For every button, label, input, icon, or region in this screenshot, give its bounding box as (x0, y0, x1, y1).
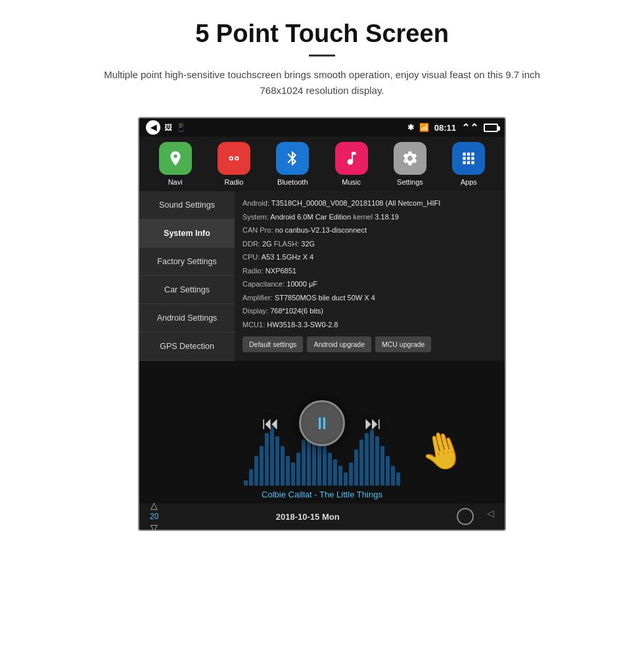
eq-bar (286, 456, 290, 486)
info-system: System: Android 6.0M Car Edition kernel … (242, 212, 497, 223)
eq-bar (323, 443, 327, 486)
info-panel: Android: T3518CH_00008_V008_20181108 (Al… (235, 191, 505, 361)
radio-label: Radio (225, 178, 244, 186)
prev-button[interactable]: ⏮ (262, 413, 279, 434)
eq-bar (244, 480, 248, 486)
status-left: ◀ 🖼 📱 (146, 120, 186, 135)
eq-bar (291, 463, 295, 486)
info-radio: Radio: NXP6851 (242, 265, 497, 277)
date-display: 2018-10-15 Mon (276, 512, 340, 522)
app-apps[interactable]: Apps (452, 142, 485, 186)
eq-bar (254, 456, 258, 486)
volume-number: 20 (150, 512, 158, 521)
status-right: ✱ 📶 08:11 ⌃⌃ (407, 122, 498, 134)
signal-icon: 📶 (419, 123, 429, 132)
bottom-right-nav: ◁ (457, 508, 494, 525)
back-button[interactable]: ◀ (146, 120, 160, 135)
eq-bar (380, 446, 384, 486)
app-bluetooth[interactable]: Bluetooth (276, 142, 309, 186)
settings-icon (394, 142, 426, 175)
eq-bar (338, 466, 342, 486)
sidebar-item-system-info[interactable]: System Info (139, 219, 235, 248)
info-buttons: Default settings Android upgrade MCU upg… (242, 336, 497, 352)
eq-bar (391, 466, 395, 486)
music-label: Music (342, 178, 361, 186)
expand-icon[interactable]: ⌃⌃ (461, 122, 478, 134)
eq-bar (302, 440, 306, 486)
eq-bar (333, 459, 337, 486)
sidebar-item-sound-settings[interactable]: Sound Settings (139, 191, 235, 219)
settings-label: Settings (397, 178, 423, 186)
mcu-upgrade-button[interactable]: MCU upgrade (375, 336, 431, 352)
next-button[interactable]: ⏭ (365, 413, 382, 434)
svg-point-1 (230, 157, 232, 159)
app-navi[interactable]: Navi (159, 142, 192, 186)
navi-icon (159, 142, 192, 175)
info-capacitance: Capacitance: 10000 μF (242, 279, 497, 290)
eq-bar (281, 446, 285, 486)
eq-bar (328, 453, 332, 486)
bluetooth-icon (276, 142, 309, 175)
home-button[interactable] (457, 508, 474, 525)
eq-bar (396, 472, 400, 486)
bottom-bar: △ 20 ▽ 2018-10-15 Mon ◁ (139, 503, 505, 530)
song-title: Colbie Caillat - The Little Things (139, 486, 505, 503)
status-bar: ◀ 🖼 📱 ✱ 📶 08:11 ⌃⌃ (139, 118, 505, 137)
device-frame: ◀ 🖼 📱 ✱ 📶 08:11 ⌃⌃ Navi (138, 117, 506, 531)
eq-bar (249, 469, 253, 486)
play-pause-button[interactable]: ⏸ (299, 400, 345, 446)
info-ddr: DDR: 2G FLASH: 32G (242, 239, 497, 250)
info-display: Display: 768*1024(6 bits) (242, 306, 497, 317)
music-controls: ⏮ ⏸ ⏭ (262, 400, 382, 446)
media-icon: 🖼 (164, 123, 172, 132)
page-header: 5 Point Touch Screen Multiple point high… (0, 0, 644, 105)
play-icon: ⏸ (313, 413, 331, 434)
apps-grid-icon (452, 142, 485, 175)
eq-bar (296, 453, 300, 486)
bluetooth-status-icon: ✱ (407, 123, 414, 132)
info-cpu: CPU: A53 1.5GHz X 4 (242, 252, 497, 263)
app-settings[interactable]: Settings (394, 142, 426, 186)
nav-up-button[interactable]: △ (150, 500, 158, 511)
main-content: Sound Settings System Info Factory Setti… (139, 191, 505, 361)
music-section: ⏮ ⏸ ⏭ 🤚 (139, 361, 505, 486)
app-radio[interactable]: Radio (218, 142, 250, 186)
eq-bar (354, 449, 358, 486)
nav-down-button[interactable]: ▽ (150, 522, 158, 531)
battery-icon (484, 124, 498, 132)
info-android: Android: T3518CH_00008_V008_20181108 (Al… (242, 198, 497, 209)
eq-bar (260, 446, 264, 486)
app-bar: Navi Radio Bluetooth Music (139, 137, 505, 191)
app-music[interactable]: Music (335, 142, 368, 186)
info-amplifier: Amplifier: ST7850MOS bile duct 50W X 4 (242, 292, 497, 304)
page-title: 5 Point Touch Screen (39, 20, 605, 48)
svg-point-3 (236, 157, 238, 159)
radio-icon (218, 142, 250, 175)
eq-bar (349, 463, 353, 486)
info-can: CAN Pro: no canbus-V2.13-disconnect (242, 225, 497, 236)
nav-arrows: △ 20 ▽ (150, 500, 158, 531)
bluetooth-label: Bluetooth (277, 178, 308, 186)
phone-icon: 📱 (176, 123, 186, 132)
title-divider (309, 55, 335, 57)
sidebar-item-android-settings[interactable]: Android Settings (139, 304, 235, 332)
back-nav-button[interactable]: ◁ (487, 508, 494, 525)
page-subtitle: Multiple point high-sensitive touchscree… (92, 67, 552, 99)
clock: 08:11 (434, 123, 456, 133)
info-mcu: MCU1: HW3518-3.3-SW0-2.8 (242, 319, 497, 331)
default-settings-button[interactable]: Default settings (242, 336, 303, 352)
device-wrapper: ◀ 🖼 📱 ✱ 📶 08:11 ⌃⌃ Navi (138, 105, 506, 531)
sidebar-item-factory-settings[interactable]: Factory Settings (139, 248, 235, 276)
volume-control: △ 20 ▽ (150, 500, 158, 531)
android-upgrade-button[interactable]: Android upgrade (307, 336, 371, 352)
apps-label: Apps (461, 178, 477, 186)
eq-bar (386, 456, 390, 486)
sidebar-item-car-settings[interactable]: Car Settings (139, 276, 235, 304)
sidebar-item-gps-detection[interactable]: GPS Detection (139, 332, 235, 361)
eq-bar (359, 440, 363, 486)
navi-label: Navi (168, 178, 183, 186)
music-icon (335, 142, 368, 175)
sidebar: Sound Settings System Info Factory Setti… (139, 191, 235, 361)
eq-bar (344, 472, 348, 486)
